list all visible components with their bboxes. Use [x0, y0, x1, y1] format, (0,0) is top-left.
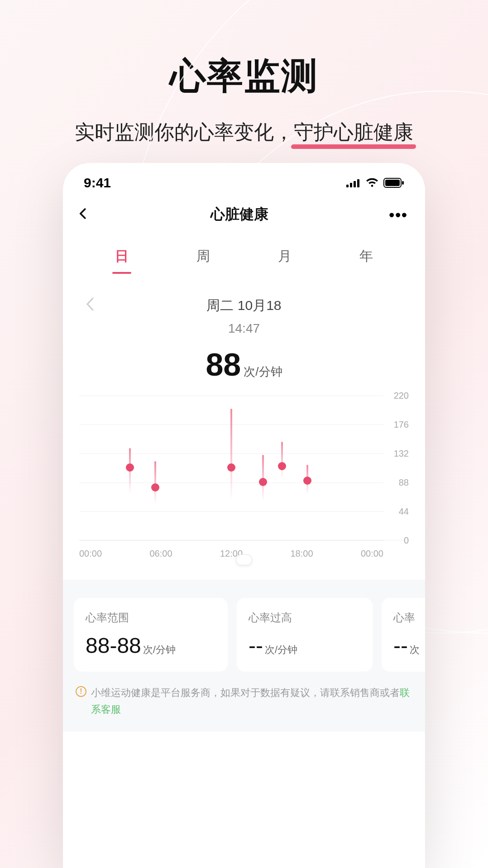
card-label: 心率过高: [249, 610, 361, 625]
period-tabs: 日周月年: [63, 229, 425, 269]
chart-x-label: 00:00: [79, 548, 102, 559]
hero: 心率监测 实时监测你的心率变化，守护心脏健康: [0, 0, 488, 146]
date-bar: 周二 10月18 14:47: [63, 269, 425, 336]
card-label: 心率范围: [86, 610, 216, 625]
summary-section: 心率范围88-88次/分钟心率过高--次/分钟心率--次 ! 小维运动健康是平台…: [63, 580, 425, 732]
card-value: --: [249, 634, 263, 658]
heart-rate-unit: 次/分钟: [244, 365, 282, 378]
chart-gridline: [79, 396, 383, 396]
chart-point[interactable]: [126, 463, 134, 472]
chart-point[interactable]: [259, 478, 267, 486]
chart-x-label: 18:00: [290, 548, 313, 559]
cellular-icon: [346, 178, 361, 187]
status-icons: [346, 178, 404, 188]
current-date: 周二 10月18: [206, 296, 281, 315]
chart-point[interactable]: [278, 462, 286, 470]
chart-range-bar: [230, 409, 232, 501]
card-value: 88-88: [86, 634, 141, 658]
svg-rect-0: [346, 185, 349, 187]
svg-rect-5: [385, 180, 400, 186]
disclaimer-text: 小维运动健康是平台服务商，如果对于数据有疑议，请联系销售商或者: [91, 687, 400, 698]
svg-rect-2: [354, 181, 356, 187]
chevron-left-icon: [85, 296, 95, 312]
chart-scrubber[interactable]: [236, 554, 252, 565]
status-time: 9:41: [84, 175, 111, 191]
card-label: 心率: [393, 610, 424, 625]
hero-subtitle: 实时监测你的心率变化，守护心脏健康: [0, 118, 488, 146]
chart-gridline: [79, 511, 383, 512]
heart-rate-value: 88: [206, 347, 241, 382]
card-unit: 次: [410, 644, 420, 655]
chevron-left-icon: [77, 207, 90, 220]
summary-card[interactable]: 心率过高--次/分钟: [237, 598, 373, 672]
chart-y-label: 220: [386, 391, 409, 401]
warning-icon: !: [76, 686, 86, 697]
status-bar: 9:41: [63, 163, 425, 192]
chart-point[interactable]: [227, 463, 235, 472]
card-unit: 次/分钟: [265, 644, 297, 655]
tab-year[interactable]: 年: [355, 243, 378, 269]
heart-rate-chart[interactable]: 04488132176220 00:0006:0012:0018:0000:00: [63, 383, 425, 559]
chart-x-label: 00:00: [361, 548, 383, 559]
svg-rect-6: [402, 181, 404, 185]
card-unit: 次/分钟: [143, 644, 176, 655]
chart-x-label: 06:00: [149, 548, 172, 559]
summary-card[interactable]: 心率--次: [382, 598, 425, 672]
chart-gridline: [79, 540, 383, 541]
chart-y-label: 88: [386, 477, 409, 488]
battery-icon: [383, 178, 404, 188]
chart-range-bar: [281, 442, 283, 478]
tab-month[interactable]: 月: [273, 243, 296, 269]
chart-y-label: 176: [386, 420, 409, 430]
summary-card[interactable]: 心率范围88-88次/分钟: [74, 598, 228, 672]
tab-week[interactable]: 周: [192, 243, 215, 269]
current-time: 14:47: [206, 321, 281, 336]
nav-bar: 心脏健康 •••: [63, 192, 425, 229]
back-button[interactable]: [77, 207, 90, 222]
svg-rect-1: [350, 183, 352, 187]
disclaimer: ! 小维运动健康是平台服务商，如果对于数据有疑议，请联系销售商或者联系客服: [63, 672, 425, 718]
more-button[interactable]: •••: [389, 206, 411, 224]
chart-point[interactable]: [151, 483, 159, 491]
summary-cards[interactable]: 心率范围88-88次/分钟心率过高--次/分钟心率--次: [63, 598, 425, 672]
page-title: 心脏健康: [211, 205, 268, 224]
prev-day-button[interactable]: [85, 296, 95, 315]
heart-rate-reading: 88次/分钟: [63, 347, 425, 383]
wifi-icon: [365, 178, 379, 188]
chart-y-label: 0: [386, 535, 409, 546]
chart-y-label: 44: [386, 506, 409, 517]
hero-title: 心率监测: [0, 52, 488, 101]
chart-point[interactable]: [303, 477, 311, 485]
tab-day[interactable]: 日: [110, 243, 133, 269]
card-value: --: [393, 634, 408, 658]
phone-mock: 9:41 心脏健康 ••• 日周月年 周二 10月18 14:47 88次/分钟…: [63, 163, 425, 868]
hero-highlight: 守护心脏健康: [294, 118, 413, 146]
chart-y-label: 132: [386, 448, 409, 459]
svg-rect-3: [357, 179, 359, 187]
